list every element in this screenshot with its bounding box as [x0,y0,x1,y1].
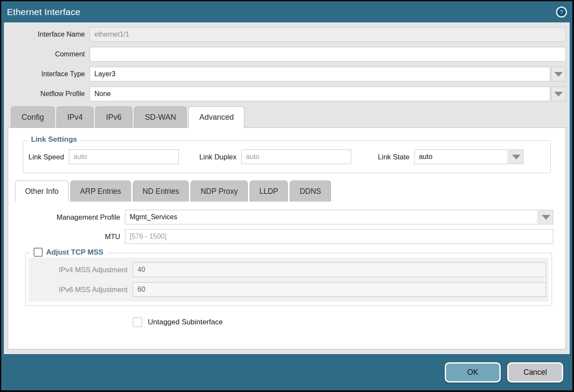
tab-ipv4[interactable]: IPv4 [56,106,94,128]
management-profile-dropdown-button[interactable] [539,210,553,224]
netflow-profile-row: Netflow Profile None [8,87,566,101]
tab-config[interactable]: Config [11,106,55,128]
interface-name-input [90,27,566,42]
ipv4-mss-input [133,262,546,277]
untagged-subinterface-row: Untagged Subinterface [133,317,558,327]
ipv6-mss-input [133,282,546,297]
tab-ndp-proxy[interactable]: NDP Proxy [190,180,247,202]
ipv6-mss-label: IPv6 MSS Adjustment [31,286,133,294]
comment-input[interactable] [90,47,566,62]
ipv4-mss-row: IPv4 MSS Adjustment [31,262,546,277]
interface-name-row: Interface Name [8,27,566,42]
link-speed-label: Link Speed [28,153,69,161]
help-icon[interactable]: ? [556,6,567,18]
chevron-down-icon [554,92,563,96]
main-tabstrip: Config IPv4 IPv6 SD-WAN Advanced [8,106,566,128]
tab-ipv6[interactable]: IPv6 [95,106,132,128]
adjust-tcp-mss-legend: Adjust TCP MSS [31,248,106,257]
management-profile-value[interactable]: Mgmt_Services [125,210,538,224]
tab-arp-entries[interactable]: ARP Entries [70,180,131,202]
tab-other-info[interactable]: Other Info [15,180,69,202]
link-settings-legend: Link Settings [28,135,80,144]
chevron-down-icon [542,215,550,220]
ok-button[interactable]: OK [445,362,501,383]
chevron-down-icon [554,72,563,77]
tab-sdwan[interactable]: SD-WAN [134,106,187,128]
interface-type-select[interactable]: Layer3 [90,67,566,81]
mtu-input[interactable] [125,229,553,244]
link-state-dropdown-button[interactable] [509,149,524,164]
comment-row: Comment [8,47,566,62]
link-state-value[interactable]: auto [414,149,508,164]
management-profile-select[interactable]: Mgmt_Services [125,210,553,224]
interface-type-value[interactable]: Layer3 [90,67,550,81]
adjust-tcp-mss-fieldset: Adjust TCP MSS IPv4 MSS Adjustment IPv6 … [25,253,552,306]
other-info-panel: Management Profile Mgmt_Services MTU [15,202,558,327]
dialog-body: Interface Name Comment Interface Type La… [4,22,570,354]
management-profile-label: Management Profile [15,213,125,221]
interface-name-label: Interface Name [8,31,90,38]
interface-type-dropdown-button[interactable] [551,67,566,81]
link-settings-row: Link Speed Link Duplex Link State auto [28,149,545,164]
link-speed-input[interactable] [69,149,179,164]
cancel-button[interactable]: Cancel [507,362,563,383]
tab-advanced[interactable]: Advanced [188,106,244,128]
ipv4-mss-label: IPv4 MSS Adjustment [31,266,133,274]
netflow-profile-dropdown-button[interactable] [551,87,566,101]
mtu-label: MTU [15,233,125,241]
adjust-tcp-mss-legend-text: Adjust TCP MSS [46,248,103,257]
link-duplex-group: Link Duplex [200,149,351,164]
ethernet-interface-dialog: Ethernet Interface ? Interface Name Comm… [1,1,572,390]
link-settings-fieldset: Link Settings Link Speed Link Duplex Lin… [23,140,551,173]
interface-type-label: Interface Type [8,70,90,78]
screen: Ethernet Interface ? Interface Name Comm… [0,0,574,392]
dialog-footer: OK Cancel [1,354,572,390]
inner-tabstrip: Other Info ARP Entries ND Entries NDP Pr… [15,180,558,202]
dialog-titlebar: Ethernet Interface ? [1,1,572,22]
dialog-title: Ethernet Interface [7,7,81,17]
netflow-profile-select[interactable]: None [90,87,566,101]
netflow-profile-value[interactable]: None [90,87,550,101]
link-speed-group: Link Speed [28,149,179,164]
untagged-subinterface-checkbox[interactable] [133,317,142,327]
link-duplex-label: Link Duplex [200,153,241,161]
management-profile-row: Management Profile Mgmt_Services [15,210,553,224]
netflow-profile-label: Netflow Profile [8,90,90,98]
comment-label: Comment [8,50,90,58]
ipv6-mss-row: IPv6 MSS Adjustment [31,282,546,297]
tab-ddns[interactable]: DDNS [290,180,331,202]
interface-type-row: Interface Type Layer3 [8,67,566,81]
link-state-select[interactable]: auto [414,149,524,164]
advanced-tab-panel: Link Settings Link Speed Link Duplex Lin… [8,128,566,349]
link-state-label: Link State [378,153,414,161]
mss-disabled-area: IPv4 MSS Adjustment IPv6 MSS Adjustment [29,258,549,302]
tab-nd-entries[interactable]: ND Entries [133,180,189,202]
chevron-down-icon [512,155,521,159]
adjust-tcp-mss-checkbox[interactable] [34,248,43,257]
link-state-group: Link State auto [378,149,524,164]
mtu-row: MTU [15,229,553,244]
untagged-subinterface-label: Untagged Subinterface [148,318,223,327]
tab-lldp[interactable]: LLDP [250,180,288,202]
link-duplex-input[interactable] [241,149,351,164]
